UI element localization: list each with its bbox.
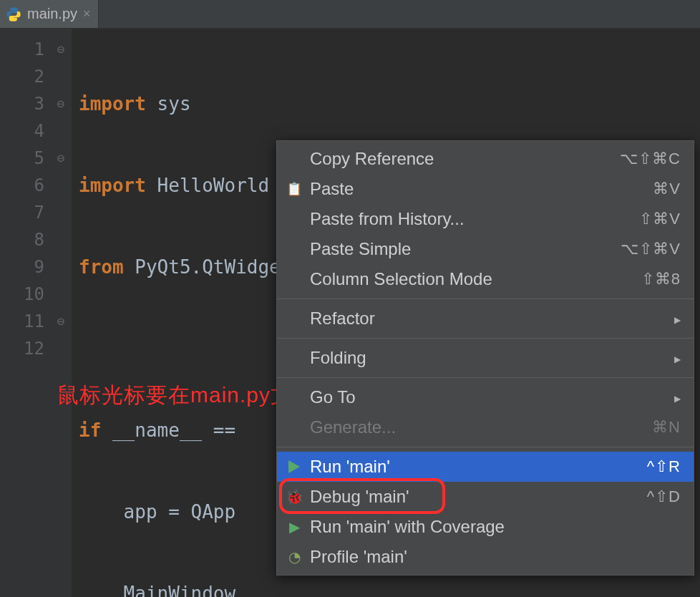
line-number: 6 xyxy=(0,172,44,199)
menu-debug-main[interactable]: 🐞 Debug 'main' ^⇧D xyxy=(277,482,694,512)
fold-spacer xyxy=(50,117,72,145)
submenu-arrow-icon xyxy=(674,311,681,326)
menu-separator xyxy=(277,447,694,447)
menu-shortcut: ⇧⌘V xyxy=(639,210,681,228)
blank-icon xyxy=(283,268,306,291)
fold-spacer xyxy=(50,281,72,308)
menu-run-main[interactable]: Run 'main' ^⇧R xyxy=(277,452,694,482)
menu-goto[interactable]: Go To xyxy=(277,382,694,412)
line-number: 1 xyxy=(0,36,44,63)
fold-toggle-icon[interactable]: ⊖ xyxy=(50,308,72,335)
line-number: 10 xyxy=(0,281,44,308)
fold-column: ⊖ ⊖ ⊖ ⊖ xyxy=(50,29,72,597)
fold-spacer xyxy=(50,335,72,362)
fold-toggle-icon[interactable]: ⊖ xyxy=(50,145,72,172)
menu-shortcut: ^⇧R xyxy=(647,457,681,476)
menu-paste[interactable]: 📋 Paste ⌘V xyxy=(277,174,694,204)
menu-label: Paste xyxy=(310,179,653,199)
line-number: 5 xyxy=(0,145,44,172)
menu-profile-main[interactable]: ◔ Profile 'main' xyxy=(277,542,694,572)
menu-label: Debug 'main' xyxy=(310,487,647,507)
line-gutter: 1 2 3 4 5 6 7 8 9 10 11 12 xyxy=(0,29,50,597)
fold-spacer xyxy=(50,199,72,226)
blank-icon xyxy=(283,208,306,230)
menu-paste-simple[interactable]: Paste Simple ⌥⇧⌘V xyxy=(277,234,694,264)
blank-icon xyxy=(283,386,306,409)
line-number: 9 xyxy=(0,253,44,281)
menu-shortcut: ⌘V xyxy=(653,180,681,198)
menu-label: Folding xyxy=(310,348,669,368)
fold-spacer xyxy=(50,253,72,281)
line-number: 8 xyxy=(0,226,44,253)
python-file-icon xyxy=(6,6,21,22)
tab-main-py[interactable]: main.py × xyxy=(0,0,99,28)
menu-shortcut: ⌘N xyxy=(652,418,681,437)
fold-toggle-icon[interactable]: ⊖ xyxy=(50,90,72,117)
profile-icon: ◔ xyxy=(283,545,306,568)
editor-tabbar: main.py × xyxy=(0,0,700,29)
blank-icon xyxy=(283,416,306,439)
blank-icon xyxy=(283,307,306,330)
line-number: 2 xyxy=(0,63,44,90)
menu-separator xyxy=(277,298,694,299)
menu-shortcut: ^⇧D xyxy=(647,487,681,506)
fold-spacer xyxy=(50,172,72,199)
line-number: 12 xyxy=(0,335,44,362)
fold-toggle-icon[interactable]: ⊖ xyxy=(50,36,72,63)
tab-close-icon[interactable]: × xyxy=(83,6,91,21)
menu-shortcut: ⇧⌘8 xyxy=(641,270,681,288)
menu-separator xyxy=(277,338,694,339)
menu-refactor[interactable]: Refactor xyxy=(277,304,694,334)
menu-label: Refactor xyxy=(310,309,669,329)
fold-spacer xyxy=(50,226,72,253)
line-number: 7 xyxy=(0,199,44,226)
submenu-arrow-icon xyxy=(674,390,681,405)
menu-generate[interactable]: Generate... ⌘N xyxy=(277,412,694,442)
menu-label: Profile 'main' xyxy=(310,547,681,567)
menu-label: Column Selection Mode xyxy=(310,269,641,289)
menu-shortcut: ⌥⇧⌘C xyxy=(620,150,681,168)
blank-icon xyxy=(283,346,306,369)
blank-icon xyxy=(283,238,306,261)
code-line: MainWindow xyxy=(79,580,700,597)
run-icon xyxy=(283,455,306,478)
menu-copy-reference[interactable]: Copy Reference ⌥⇧⌘C xyxy=(277,144,694,174)
menu-folding[interactable]: Folding xyxy=(277,343,694,373)
line-number: 3 xyxy=(0,90,44,117)
menu-label: Generate... xyxy=(310,417,652,437)
menu-run-coverage[interactable]: ▶ Run 'main' with Coverage xyxy=(277,512,694,542)
context-menu: Copy Reference ⌥⇧⌘C 📋 Paste ⌘V Paste fro… xyxy=(276,140,694,576)
line-number: 4 xyxy=(0,117,44,145)
menu-separator xyxy=(277,377,694,378)
code-line: import sys xyxy=(79,90,700,117)
coverage-icon: ▶ xyxy=(283,515,306,538)
menu-label: Go To xyxy=(310,387,669,407)
menu-shortcut: ⌥⇧⌘V xyxy=(621,240,681,258)
menu-label: Run 'main' xyxy=(310,457,647,477)
tab-filename: main.py xyxy=(27,6,77,22)
menu-column-selection[interactable]: Column Selection Mode ⇧⌘8 xyxy=(277,264,694,294)
blank-icon xyxy=(283,147,306,170)
menu-label: Paste from History... xyxy=(310,209,639,229)
menu-paste-history[interactable]: Paste from History... ⇧⌘V xyxy=(277,204,694,234)
submenu-arrow-icon xyxy=(674,351,681,366)
menu-label: Copy Reference xyxy=(310,149,620,169)
paste-icon: 📋 xyxy=(283,178,306,200)
fold-spacer xyxy=(50,63,72,90)
line-number: 11 xyxy=(0,308,44,335)
menu-label: Paste Simple xyxy=(310,239,621,259)
debug-icon: 🐞 xyxy=(283,485,306,508)
menu-label: Run 'main' with Coverage xyxy=(310,517,681,537)
